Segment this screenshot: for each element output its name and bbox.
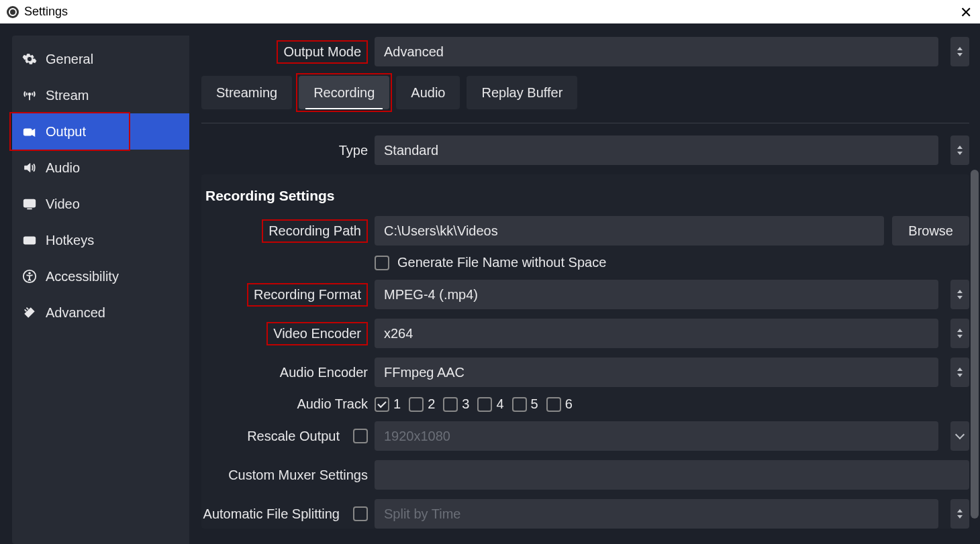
sidebar-item-video[interactable]: Video	[12, 186, 189, 222]
speaker-icon	[21, 160, 38, 176]
track-3-label: 3	[462, 396, 469, 412]
type-label: Type	[201, 143, 375, 158]
gear-icon	[21, 51, 38, 67]
sidebar-item-accessibility[interactable]: Accessibility	[12, 258, 189, 294]
gen-filename-checkbox[interactable]	[375, 256, 389, 270]
recording-path-label: Recording Path	[262, 219, 368, 243]
type-spinner[interactable]	[950, 135, 969, 165]
sidebar-item-label: Audio	[46, 160, 80, 176]
sidebar-item-label: Hotkeys	[46, 233, 94, 248]
sidebar-item-general[interactable]: General	[12, 41, 189, 77]
svg-rect-4	[24, 200, 36, 207]
track-1-checkbox[interactable]	[375, 397, 389, 412]
rescale-output-select[interactable]: 1920x1080	[375, 421, 938, 451]
rescale-output-checkbox[interactable]	[353, 429, 368, 443]
sidebar-item-label: Advanced	[46, 305, 105, 321]
auto-split-spinner[interactable]	[950, 499, 969, 529]
auto-split-select[interactable]: Split by Time	[375, 499, 938, 529]
track-2-label: 2	[428, 396, 435, 412]
svg-rect-6	[24, 237, 36, 243]
keyboard-icon	[21, 232, 38, 248]
track-2-checkbox[interactable]	[409, 397, 424, 412]
video-encoder-spinner[interactable]	[950, 319, 969, 348]
track-6-checkbox[interactable]	[546, 397, 561, 412]
output-mode-spinner[interactable]	[950, 37, 969, 66]
antenna-icon	[21, 87, 38, 103]
monitor-icon	[21, 196, 38, 212]
output-mode-label: Output Mode	[277, 40, 368, 64]
browse-button[interactable]: Browse	[892, 216, 969, 246]
tab-underline	[201, 123, 969, 123]
sidebar-item-label: Output	[46, 124, 86, 140]
accessibility-icon	[21, 268, 38, 284]
svg-point-3	[26, 131, 29, 133]
sidebar-item-label: Video	[46, 197, 80, 212]
tools-icon	[21, 305, 38, 321]
muxer-settings-label: Custom Muxer Settings	[201, 468, 375, 483]
track-4-checkbox[interactable]	[477, 397, 492, 412]
sidebar-item-audio[interactable]: Audio	[12, 150, 189, 186]
track-3-checkbox[interactable]	[443, 397, 458, 412]
tab-recording[interactable]: Recording	[299, 76, 389, 109]
track-1-label: 1	[393, 396, 401, 412]
sidebar: General Stream Output Audio Video	[12, 36, 189, 544]
sidebar-item-label: General	[46, 52, 93, 67]
sidebar-item-label: Stream	[46, 88, 89, 103]
audio-encoder-spinner[interactable]	[950, 358, 969, 387]
svg-point-14	[29, 272, 31, 274]
gen-filename-label: Generate File Name without Space	[397, 255, 606, 270]
rescale-output-dropdown[interactable]	[950, 421, 969, 451]
sidebar-item-output[interactable]: Output	[12, 113, 189, 150]
muxer-settings-input[interactable]	[375, 460, 969, 490]
output-tabs: Streaming Recording Audio Replay Buffer	[201, 76, 969, 109]
track-5-checkbox[interactable]	[512, 397, 527, 412]
audio-encoder-select[interactable]: FFmpeg AAC	[375, 358, 938, 387]
sidebar-item-stream[interactable]: Stream	[12, 77, 189, 113]
audio-encoder-label: Audio Encoder	[201, 365, 375, 380]
track-5-label: 5	[531, 396, 538, 412]
sidebar-item-advanced[interactable]: Advanced	[12, 294, 189, 331]
recording-format-label: Recording Format	[247, 283, 368, 307]
camera-output-icon	[21, 123, 38, 140]
tab-audio[interactable]: Audio	[396, 76, 460, 109]
window-title: Settings	[24, 5, 68, 19]
recording-path-input[interactable]: C:\Users\kk\Videos	[375, 216, 884, 246]
output-mode-select[interactable]: Advanced	[375, 37, 938, 66]
sidebar-item-label: Accessibility	[46, 269, 119, 284]
close-icon[interactable]: ✕	[960, 4, 972, 21]
recording-settings-section: Recording Settings Recording Path C:\Use…	[201, 174, 969, 529]
rescale-output-label: Rescale Output	[247, 429, 340, 444]
sidebar-item-hotkeys[interactable]: Hotkeys	[12, 222, 189, 258]
audio-track-label: Audio Track	[201, 396, 375, 412]
recording-settings-title: Recording Settings	[205, 188, 969, 204]
content-area: Output Mode Advanced Streaming Recording…	[189, 36, 980, 544]
recording-format-select[interactable]: MPEG-4 (.mp4)	[375, 280, 938, 309]
track-4-label: 4	[496, 396, 503, 412]
auto-split-checkbox[interactable]	[353, 506, 368, 521]
titlebar: Settings ✕	[0, 0, 980, 23]
tab-streaming[interactable]: Streaming	[201, 76, 292, 109]
video-encoder-label: Video Encoder	[266, 322, 368, 345]
auto-split-label: Automatic File Splitting	[203, 506, 340, 522]
track-6-label: 6	[565, 396, 573, 412]
recording-format-spinner[interactable]	[950, 280, 969, 309]
vertical-scrollbar[interactable]	[971, 170, 979, 519]
tab-replay-buffer[interactable]: Replay Buffer	[467, 76, 577, 109]
obs-icon	[7, 6, 19, 18]
type-select[interactable]: Standard	[375, 135, 938, 165]
video-encoder-select[interactable]: x264	[375, 319, 938, 348]
